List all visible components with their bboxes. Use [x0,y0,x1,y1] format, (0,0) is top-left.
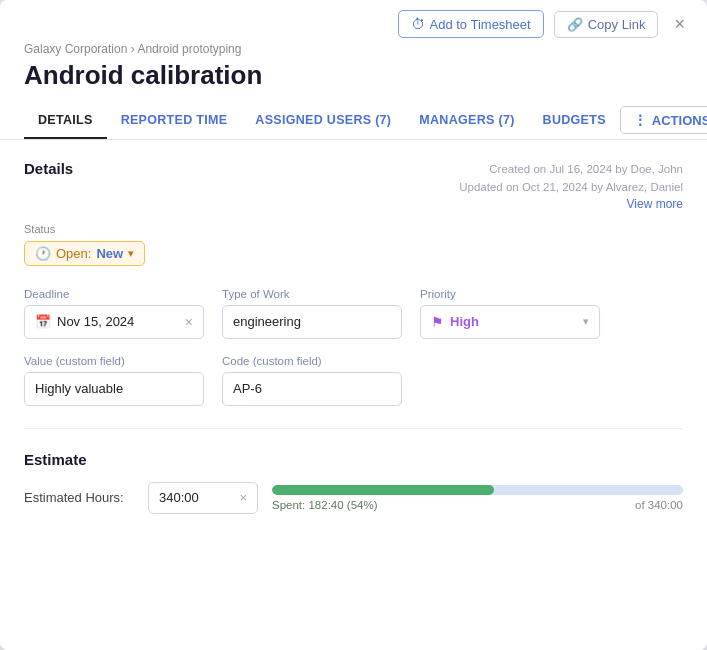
fields-row-2: Value (custom field) Highly valuable Val… [24,355,683,406]
top-bar: ⏱ Add to Timesheet 🔗 Copy Link × [0,0,707,42]
estimate-section: Estimate Estimated Hours: 340:00 × Spent… [24,451,683,514]
tab-reported-time[interactable]: REPORTED TIME [107,103,242,139]
progress-meta: Spent: 182:40 (54%) of 340:00 [272,499,683,511]
status-dropdown-arrow: ▾ [128,247,134,260]
status-label: Status [24,223,683,235]
calendar-icon: 📅 [35,314,51,329]
modal-body: Details Created on Jul 16, 2024 by Doe, … [0,140,707,650]
actions-button[interactable]: ⋮ ACTIONS ▾ [620,106,707,134]
meta-info: Created on Jul 16, 2024 by Doe, John Upd… [459,160,683,211]
type-of-work-select[interactable]: engineering design qa management [222,305,402,339]
deadline-value: Nov 15, 2024 [57,314,134,329]
link-icon: 🔗 [567,17,583,32]
code-label: Code (custom field) [222,355,402,367]
status-open-text: Open: [56,246,91,261]
tab-managers[interactable]: MANAGERS (7) [405,103,528,139]
actions-grid-icon: ⋮ [633,112,647,128]
value-dropdown[interactable]: Highly valuable Valuable Low value [35,381,193,396]
estimate-row: Estimated Hours: 340:00 × Spent: 182:40 … [24,482,683,514]
estimated-hours-value: 340:00 [159,490,233,505]
code-field-group: Code (custom field) [222,355,402,406]
tab-details[interactable]: DETAILS [24,103,107,139]
progress-total: of 340:00 [635,499,683,511]
value-label: Value (custom field) [24,355,204,367]
status-clock-icon: 🕐 [35,246,51,261]
clock-circle-icon: ⏱ [411,16,425,32]
type-of-work-dropdown[interactable]: engineering design qa management [233,314,391,329]
modal-container: ⏱ Add to Timesheet 🔗 Copy Link × Galaxy … [0,0,707,650]
deadline-clear-icon[interactable]: × [185,314,193,330]
priority-value: High [450,314,577,329]
code-input[interactable] [222,372,402,406]
deadline-label: Deadline [24,288,204,300]
estimated-hours-label: Estimated Hours: [24,490,134,505]
priority-select[interactable]: ⚑ High ▾ [420,305,600,339]
estimate-section-title: Estimate [24,451,683,468]
fields-row-1: Deadline 📅 Nov 15, 2024 × Type of Work e… [24,288,683,339]
value-field-group: Value (custom field) Highly valuable Val… [24,355,204,406]
status-badge[interactable]: 🕐 Open: New ▾ [24,241,145,266]
tabs-bar: DETAILS REPORTED TIME ASSIGNED USERS (7)… [0,103,707,140]
estimated-clear-icon[interactable]: × [239,490,247,505]
details-section-header: Details Created on Jul 16, 2024 by Doe, … [24,160,683,211]
priority-dropdown-arrow: ▾ [583,315,589,328]
progress-spent: Spent: 182:40 (54%) [272,499,378,511]
tab-budgets[interactable]: BUDGETS [529,103,620,139]
details-section-title: Details [24,160,73,177]
breadcrumb: Galaxy Corporation › Android prototyping [24,42,683,56]
priority-field-group: Priority ⚑ High ▾ [420,288,600,339]
priority-flag-icon: ⚑ [431,314,444,330]
copy-link-button[interactable]: 🔗 Copy Link [554,11,659,38]
type-of-work-label: Type of Work [222,288,402,300]
tab-assigned-users[interactable]: ASSIGNED USERS (7) [241,103,405,139]
close-button[interactable]: × [668,12,691,37]
deadline-input[interactable]: 📅 Nov 15, 2024 × [24,305,204,339]
deadline-field-group: Deadline 📅 Nov 15, 2024 × [24,288,204,339]
updated-line: Updated on Oct 21, 2024 by Alvarez, Dani… [459,178,683,196]
estimated-hours-input[interactable]: 340:00 × [148,482,258,514]
progress-bar-track [272,485,683,495]
priority-label: Priority [420,288,600,300]
modal-header: Galaxy Corporation › Android prototyping… [0,42,707,103]
status-new-text: New [96,246,123,261]
view-more-link[interactable]: View more [459,197,683,211]
value-select[interactable]: Highly valuable Valuable Low value [24,372,204,406]
created-line: Created on Jul 16, 2024 by Doe, John [459,160,683,178]
page-title: Android calibration [24,60,683,91]
add-timesheet-button[interactable]: ⏱ Add to Timesheet [398,10,544,38]
progress-wrap: Spent: 182:40 (54%) of 340:00 [272,485,683,511]
progress-bar-fill [272,485,494,495]
section-divider [24,428,683,429]
type-of-work-field-group: Type of Work engineering design qa manag… [222,288,402,339]
